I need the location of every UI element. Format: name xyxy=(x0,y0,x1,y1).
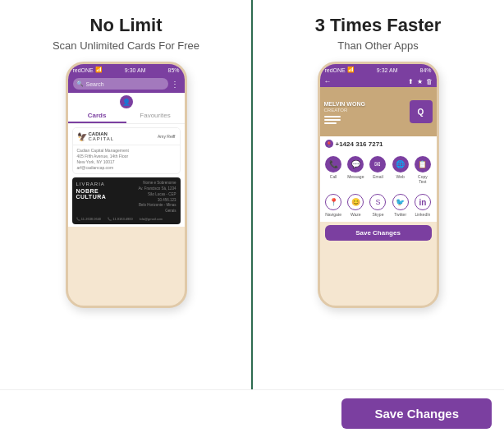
cadian-header: 🦅 CADIANCAPITAL Amy Reiff xyxy=(73,128,180,145)
linkedin-btn[interactable]: in LinkedIn xyxy=(412,191,433,219)
nobre-top: LIVRARIA NOBRE CULTURA Nome e Sobrenome … xyxy=(76,181,176,214)
waze-btn[interactable]: 😊 Waze xyxy=(346,191,366,219)
left-title: No Limit xyxy=(90,15,163,36)
navigate-btn[interactable]: 📍 Navigate xyxy=(323,191,344,219)
cadian-logo: 🦅 CADIANCAPITAL xyxy=(77,131,115,141)
right-phone-actions: ⬆ ★ 🗑 xyxy=(408,78,433,85)
twitter-icon: 🐦 xyxy=(392,194,409,210)
left-phone-wrap: redONE 📶 9:30 AM 85% 🔍 Search ⋮ xyxy=(66,62,187,308)
action-row-1: 📞 Call 💬 Message ✉ Email 🌐 Web xyxy=(320,151,437,189)
navigate-label: Navigate xyxy=(325,212,341,217)
battery-right: 84% xyxy=(419,67,431,73)
save-btn-phone[interactable]: Save Changes xyxy=(325,225,432,241)
skype-icon: S xyxy=(369,194,386,210)
phone-number-row: 📍 +1424 316 7271 xyxy=(320,136,437,151)
waze-label: Waze xyxy=(351,212,361,217)
copy-icon: 📋 xyxy=(415,156,431,172)
phone-tabs: Cards Favourites xyxy=(68,109,185,124)
message-label: Message xyxy=(347,174,364,179)
web-label: Web xyxy=(396,174,405,179)
linkedin-label: LinkedIn xyxy=(415,212,430,217)
cadian-person: Amy Reiff xyxy=(158,134,176,139)
right-title: 3 Times Faster xyxy=(315,15,442,36)
skype-btn[interactable]: S Skype xyxy=(368,191,388,219)
web-icon: 🌐 xyxy=(392,156,409,172)
business-card-image: MELVIN WONG CREATOR Q xyxy=(320,87,437,136)
phone-pin-icon: 📍 xyxy=(325,140,333,148)
email-icon: ✉ xyxy=(369,156,386,172)
twitter-label: Twitter xyxy=(394,212,406,217)
right-phone-wrap: redONE 📶 9:32 AM 84% ← ⬆ ★ 🗑 xyxy=(318,62,439,308)
card-person-name: MELVIN WONG xyxy=(324,100,365,108)
message-btn[interactable]: 💬 Message xyxy=(346,154,366,186)
cadian-name: CADIANCAPITAL xyxy=(89,131,115,141)
time-right: 9:32 AM xyxy=(377,67,398,73)
right-status-bar: redONE 📶 9:32 AM 84% xyxy=(320,64,437,76)
business-card-cadian[interactable]: 🦅 CADIANCAPITAL Amy Reiff Cadian Capital… xyxy=(72,127,181,174)
time-left: 9:30 AM xyxy=(125,67,146,73)
left-panel: No Limit Scan Unlimited Cards For Free r… xyxy=(0,0,252,389)
call-btn[interactable]: 📞 Call xyxy=(323,154,344,186)
linkedin-icon: in xyxy=(415,194,431,210)
nobre-contact: 📞 11.2638.0640 📞 11.9163.4900 lola@gmail… xyxy=(76,217,176,221)
web-btn[interactable]: 🌐 Web xyxy=(390,154,410,186)
phone-cards-list: 🦅 CADIANCAPITAL Amy Reiff Cadian Capital… xyxy=(68,124,185,227)
more-options-left[interactable]: ⋮ xyxy=(171,80,180,89)
wifi-left: 📶 xyxy=(95,67,103,73)
message-icon: 💬 xyxy=(347,156,364,172)
star-icon[interactable]: ★ xyxy=(417,78,423,85)
wifi-right: 📶 xyxy=(347,67,355,73)
email-label: Email xyxy=(373,174,383,179)
right-panel: 3 Times Faster Than Other Apps redONE 📶 … xyxy=(252,0,504,389)
business-card-nobre[interactable]: LIVRARIA NOBRE CULTURA Nome e Sobrenome … xyxy=(72,177,181,224)
card-text-left: MELVIN WONG CREATOR xyxy=(324,100,365,124)
main-container: No Limit Scan Unlimited Cards For Free r… xyxy=(0,0,504,389)
card-line-2 xyxy=(324,119,341,121)
left-search-bar: 🔍 Search ⋮ xyxy=(68,76,185,93)
delete-icon[interactable]: 🗑 xyxy=(426,78,433,85)
waze-icon: 😊 xyxy=(347,194,364,210)
nobre-tagline: LIVRARIA xyxy=(76,181,129,187)
twitter-btn[interactable]: 🐦 Twitter xyxy=(390,191,410,219)
cadian-wing-icon: 🦅 xyxy=(77,132,87,141)
card-title: CREATOR xyxy=(324,108,365,113)
nobre-right-info: Nome e Sobrenome Av. Francisco Sá, 1234 … xyxy=(129,181,176,214)
panel-divider xyxy=(251,0,253,389)
right-phone-header: ← ⬆ ★ 🗑 xyxy=(320,76,437,87)
tab-cards[interactable]: Cards xyxy=(68,109,126,123)
email-btn[interactable]: ✉ Email xyxy=(368,154,388,186)
search-text: Search xyxy=(86,81,104,87)
bottom-bar: Save Changes xyxy=(0,389,504,437)
copy-text-btn[interactable]: 📋 Copy Text xyxy=(412,154,433,186)
card-line-1 xyxy=(324,116,341,117)
navigate-icon: 📍 xyxy=(325,194,341,210)
search-input-left[interactable]: 🔍 Search xyxy=(73,78,168,90)
left-status-bar: redONE 📶 9:30 AM 85% xyxy=(68,64,185,76)
share-icon[interactable]: ⬆ xyxy=(408,78,414,85)
carrier-left: redONE xyxy=(73,67,94,73)
avatar-row: 👤 xyxy=(68,93,185,109)
tab-favourites[interactable]: Favourites xyxy=(126,109,185,123)
left-phone: redONE 📶 9:30 AM 85% 🔍 Search ⋮ xyxy=(66,62,187,308)
save-changes-button[interactable]: Save Changes xyxy=(341,398,492,429)
cadian-info: Cadian Capital Management 405 Fifth Aven… xyxy=(73,145,180,173)
action-row-2: 📍 Navigate 😊 Waze S Skype 🐦 Twitter xyxy=(320,189,437,222)
avatar-icon: 👤 xyxy=(120,95,133,108)
back-button[interactable]: ← xyxy=(324,77,332,85)
carrier-right: redONE xyxy=(325,67,346,73)
right-phone: redONE 📶 9:32 AM 84% ← ⬆ ★ 🗑 xyxy=(318,62,439,308)
left-subtitle: Scan Unlimited Cards For Free xyxy=(53,39,199,52)
call-label: Call xyxy=(330,174,337,179)
phone-number: +1424 316 7271 xyxy=(336,140,383,148)
qoach-logo: Q xyxy=(410,100,433,123)
skype-label: Skype xyxy=(373,212,384,217)
battery-left: 85% xyxy=(167,67,179,73)
right-subtitle: Than Other Apps xyxy=(337,39,418,52)
card-line-3 xyxy=(324,122,337,124)
nobre-company: NOBRE CULTURA xyxy=(76,188,129,200)
copy-label: Copy Text xyxy=(414,174,431,184)
call-icon: 📞 xyxy=(325,156,341,172)
